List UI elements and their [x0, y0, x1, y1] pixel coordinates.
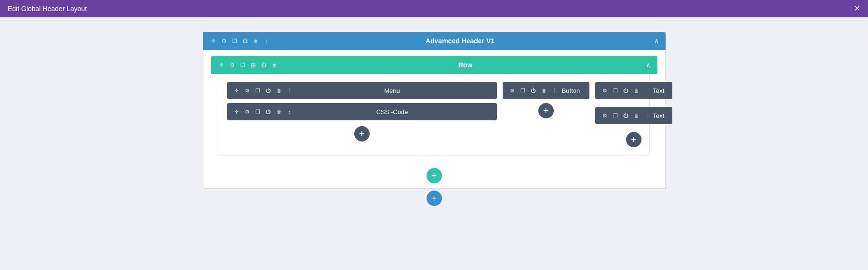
text2-power-icon[interactable]: [622, 112, 630, 119]
menu-trash-icon[interactable]: [275, 87, 283, 94]
text2-copy-icon[interactable]: [612, 112, 619, 119]
section-settings-icon[interactable]: [220, 37, 228, 45]
menu-power-icon[interactable]: [265, 87, 272, 94]
text1-label[interactable]: Text: [651, 87, 667, 94]
btn-settings-icon[interactable]: [508, 87, 516, 94]
section-body: ⊞ Row: [203, 50, 666, 189]
left-col-add-row: +: [227, 126, 497, 141]
outer-add-area: +: [203, 189, 666, 206]
text2-label[interactable]: Text: [651, 112, 667, 119]
btn-trash-icon[interactable]: [540, 87, 548, 94]
section-header: Advamced Header V1: [203, 32, 666, 50]
column-right: Text Text: [595, 82, 672, 147]
section-collapse-icon[interactable]: [654, 37, 659, 45]
row-move-icon[interactable]: [218, 61, 226, 69]
row-power-icon[interactable]: [260, 61, 268, 69]
css-trash-icon[interactable]: [275, 108, 283, 116]
btn-more-icon[interactable]: [551, 87, 559, 94]
row-columns-icon[interactable]: ⊞: [250, 61, 257, 69]
css-settings-icon[interactable]: [243, 108, 251, 116]
text1-trash-icon[interactable]: [633, 87, 641, 94]
add-section-button[interactable]: +: [427, 191, 442, 206]
menu-toolbar: [233, 87, 294, 94]
text2-toolbar: [601, 112, 651, 119]
menu-copy-icon[interactable]: [254, 87, 262, 94]
module-wrapper: Advamced Header V1 ⊞ Row: [203, 32, 666, 206]
text1-copy-icon[interactable]: [612, 87, 619, 94]
text-module-1: Text: [595, 82, 672, 99]
section-toolbar: [210, 37, 270, 45]
row-settings-icon[interactable]: [228, 61, 236, 69]
menu-module: Menu: [227, 82, 497, 99]
section-move-icon[interactable]: [210, 37, 217, 45]
css-power-icon[interactable]: [265, 108, 272, 116]
title-bar-text: Edit Global Header Layout: [8, 5, 87, 13]
btn-copy-icon[interactable]: [519, 87, 527, 94]
text2-more-icon[interactable]: [643, 112, 651, 119]
row-title: Row: [289, 61, 642, 69]
row-header: ⊞ Row: [211, 56, 657, 74]
css-code-module: CSS -Code: [227, 103, 497, 120]
menu-settings-icon[interactable]: [243, 87, 251, 94]
text2-settings-icon[interactable]: [601, 112, 609, 119]
row-copy-icon[interactable]: [239, 61, 247, 69]
text1-toolbar: [601, 87, 651, 94]
css-label[interactable]: CSS -Code: [294, 108, 491, 116]
section-more-icon[interactable]: [263, 37, 270, 45]
editor-canvas: Advamced Header V1 ⊞ Row: [0, 17, 868, 270]
button-label[interactable]: Button: [559, 87, 584, 94]
middle-col-add-button[interactable]: +: [538, 103, 554, 118]
add-row-button[interactable]: +: [427, 168, 442, 183]
section-title: Advamced Header V1: [270, 37, 650, 45]
css-copy-icon[interactable]: [254, 108, 262, 116]
text1-more-icon[interactable]: [643, 87, 651, 94]
section-copy-icon[interactable]: [231, 37, 239, 45]
css-more-icon[interactable]: [286, 108, 294, 116]
css-toolbar: [233, 108, 294, 116]
row-trash-icon[interactable]: [271, 61, 279, 69]
text2-trash-icon[interactable]: [633, 112, 641, 119]
text1-power-icon[interactable]: [622, 87, 630, 94]
menu-label[interactable]: Menu: [294, 87, 491, 94]
row-more-icon[interactable]: [281, 61, 289, 69]
column-middle: Button +: [503, 82, 589, 118]
menu-more-icon[interactable]: [286, 87, 294, 94]
column-left: Menu CSS -Code: [227, 82, 497, 141]
button-toolbar: [508, 87, 559, 94]
row-toolbar: ⊞: [218, 61, 289, 69]
button-module: Button: [503, 82, 589, 99]
text1-settings-icon[interactable]: [601, 87, 609, 94]
text-module-2: Text: [595, 107, 672, 124]
right-col-add-button[interactable]: +: [626, 132, 641, 147]
section-inner-add-area: +: [203, 163, 665, 188]
row-content: Menu CSS -Code: [219, 74, 650, 155]
menu-move-icon[interactable]: [233, 87, 240, 94]
section-power-icon[interactable]: [241, 37, 249, 45]
row-collapse-icon[interactable]: [646, 61, 651, 69]
section-trash-icon[interactable]: [252, 37, 260, 45]
btn-power-icon[interactable]: [530, 87, 537, 94]
close-button[interactable]: ✕: [854, 5, 860, 13]
left-col-add-button[interactable]: +: [354, 126, 370, 141]
css-move-icon[interactable]: [233, 108, 240, 116]
title-bar: Edit Global Header Layout ✕: [0, 0, 868, 17]
